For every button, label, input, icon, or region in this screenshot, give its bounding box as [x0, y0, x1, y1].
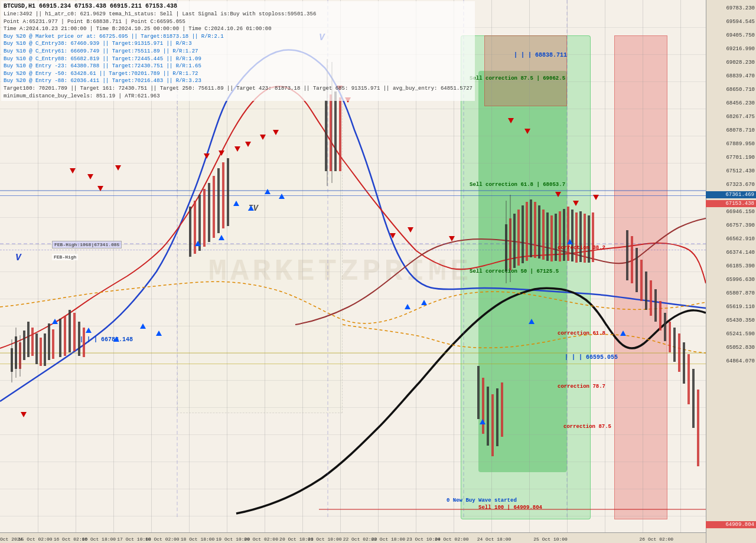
- price-label-14: 66946.150: [726, 209, 755, 215]
- time-label-5: 18 Oct 02:00: [145, 537, 180, 542]
- time-label-3: 16 Oct 18:00: [82, 537, 116, 542]
- arrow-down-14: [390, 233, 396, 238]
- price-label-7: 68456.230: [726, 100, 755, 106]
- grid-v-15: [567, 0, 568, 543]
- label-sell-correction-618: Sell correction 61.8 | 68053.7: [470, 182, 565, 188]
- info-line-2: Line:3492 || h1_atr_c0: 621.9629 tema_h1…: [4, 11, 472, 18]
- info-line-5: Buy %20 @ Market price or at: 66725.695 …: [4, 33, 472, 41]
- label-sell-100: Sell 100 | 64909.804: [478, 505, 542, 511]
- label-sell-correction-50: Sell correction 50 | 67125.5: [470, 269, 559, 274]
- time-label-10: 21 Oct 10:00: [308, 537, 342, 542]
- arrow-up-3: [113, 336, 119, 342]
- arrow-down-17: [508, 118, 514, 123]
- price-label-19: 65996.630: [726, 277, 755, 283]
- zone-red-right: [614, 35, 667, 519]
- arrow-up-11: [279, 194, 285, 199]
- info-line-6: Buy %10 @ C_Entry38: 67460.939 || Target…: [4, 40, 472, 48]
- arrow-down-15: [408, 227, 413, 233]
- wave-label-v2: V: [15, 253, 21, 263]
- arrow-up-1: [52, 319, 58, 324]
- info-line-9: Buy %10 @ Entry -23: 64380.788 || Target…: [4, 63, 472, 70]
- time-label-15: 24 Oct 18:00: [477, 537, 511, 542]
- price-label-25: 64864.070: [726, 358, 755, 364]
- arrow-down-4: [97, 186, 103, 191]
- price-label-22: 65430.350: [726, 318, 755, 323]
- price-label-4: 69028.230: [726, 60, 755, 66]
- price-label-13a: 67323.670: [726, 182, 755, 188]
- arrow-up-7: [219, 235, 224, 240]
- label-point-b: | | | 68838.711: [514, 52, 567, 58]
- arrow-up-17: [480, 419, 485, 424]
- info-line-10: Buy %20 @ Entry -50: 63428.61 || Target:…: [4, 70, 472, 78]
- info-line-4: Time A:2024.10.23 21:00:00 | Time B:2024…: [4, 25, 472, 33]
- arrow-up-4: [140, 323, 146, 329]
- arrow-down-1: [21, 412, 27, 417]
- grid-v-18: [680, 0, 681, 543]
- arrow-up-9: [248, 205, 254, 211]
- time-axis: 14 Oct 2024 15 Oct 02:00 16 Oct 02:00 16…: [0, 532, 706, 543]
- info-line-8: Buy %10 @ C_Entry88: 65682.819 || Target…: [4, 55, 472, 63]
- arrow-up-16: [620, 331, 626, 336]
- arrow-down-16: [449, 236, 455, 241]
- arrow-down-21: [593, 195, 599, 200]
- time-label-16: 25 Oct 10:00: [533, 537, 568, 542]
- label-correction-618: correction 61.8: [558, 331, 605, 336]
- price-label-1: 69594.545: [726, 19, 755, 25]
- time-label-12: 22 Oct 18:00: [371, 537, 405, 542]
- info-line-11: Buy %20 @ Entry -88: 62036.411 || Target…: [4, 77, 472, 85]
- info-line-13: minimum_distance_buy_levels: 851.19 | AT…: [4, 93, 472, 100]
- label-feb-high: FEB-High: [52, 254, 78, 260]
- arrow-down-18: [524, 129, 530, 134]
- arrow-up-14: [529, 319, 535, 324]
- time-label-17: 26 Oct 02:00: [640, 537, 674, 542]
- arrow-up-15: [567, 239, 573, 244]
- label-correction-875: correction 87.5: [563, 424, 611, 430]
- arrow-down-5: [115, 165, 121, 171]
- price-label-20: 65807.870: [726, 290, 755, 296]
- price-label-5: 68839.470: [726, 73, 755, 79]
- time-label-14: 24 Oct 02:00: [435, 537, 469, 542]
- price-label-16: 66562.910: [726, 236, 755, 242]
- arrow-down-19: [555, 192, 561, 197]
- grid-v-17: [643, 0, 643, 543]
- price-label-24: 65052.830: [726, 345, 755, 351]
- label-sell-correction-875: Sell correction 87.5 | 69062.5: [470, 76, 565, 81]
- arrow-up-12: [405, 304, 410, 309]
- label-correction-787: correction 78.7: [558, 384, 605, 390]
- price-label-8: 68267.475: [726, 114, 755, 120]
- price-label-2: 69405.750: [726, 32, 755, 38]
- info-line-12: Target100: 70201.789 || Target 161: 7243…: [4, 85, 472, 93]
- arrow-up-8: [233, 201, 239, 206]
- price-label-3: 69216.990: [726, 46, 755, 52]
- price-label-12: 67512.430: [726, 168, 755, 174]
- price-label-18: 66185.390: [726, 263, 755, 269]
- arrow-down-20: [573, 201, 579, 206]
- chart-container: MARKETZPRIME: [0, 0, 756, 543]
- price-label-current: 67361.469: [706, 191, 756, 198]
- arrow-down-6: [204, 153, 210, 159]
- zone-red-upper: [484, 35, 567, 106]
- price-label-23: 65241.590: [726, 331, 755, 337]
- label-point-c: | | | 66595.055: [565, 354, 618, 361]
- info-line-7: Buy %10 @ C_Entry61: 66609.749 || Target…: [4, 48, 472, 55]
- arrow-up-6: [195, 241, 201, 246]
- arrow-up-2: [86, 328, 92, 333]
- arrow-up-5: [156, 331, 162, 336]
- arrow-up-13: [421, 300, 427, 305]
- watermark: MARKETZPRIME: [208, 254, 472, 289]
- arrow-up-10: [265, 189, 271, 194]
- arrow-down-2: [70, 168, 76, 174]
- label-correction-382: correction 38.2: [558, 245, 605, 251]
- price-label-6: 68650.710: [726, 87, 755, 93]
- label-feb-price: FEB-High:1068|67341.085: [52, 241, 122, 248]
- price-label-9: 68078.710: [726, 127, 755, 133]
- price-label-current2: 67153.438: [706, 200, 756, 207]
- h-solid-current-price: [0, 195, 706, 196]
- price-label-11: 67701.190: [726, 155, 755, 161]
- label-point-c2: | | | 66788.148: [80, 336, 133, 343]
- price-label-15: 66757.390: [726, 223, 755, 228]
- time-label-8: 20 Oct 02:00: [244, 537, 278, 542]
- time-label-6: 18 Oct 18:00: [181, 537, 215, 542]
- price-label-0: 69783.230: [726, 5, 755, 11]
- h-solid-yellow-level: [0, 364, 706, 364]
